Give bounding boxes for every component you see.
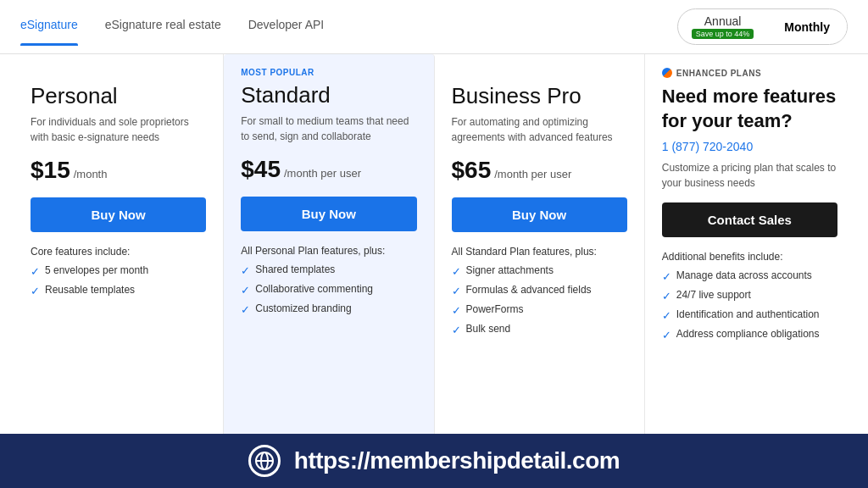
enhanced-features-label: Additional benefits include:: [662, 251, 837, 263]
footer-url[interactable]: https://membershipdetail.com: [294, 447, 620, 474]
globe-icon: [248, 445, 281, 477]
personal-price-amount: $15: [31, 157, 70, 184]
tab-esignature-real-estate[interactable]: eSignature real estate: [105, 18, 221, 36]
save-badge: Save up to 44%: [692, 29, 754, 39]
plan-personal: Personal For individuals and sole propri…: [14, 54, 224, 444]
annual-toggle-button[interactable]: Annual Save up to 44%: [678, 9, 768, 44]
check-icon: ✓: [241, 284, 250, 297]
list-item: ✓ PowerForms: [452, 303, 627, 317]
check-icon: ✓: [452, 265, 461, 278]
check-icon: ✓: [452, 304, 461, 317]
list-item: ✓ Manage data across accounts: [662, 269, 837, 283]
enhanced-dot-icon: [662, 68, 672, 78]
list-item: ✓ Signer attachments: [452, 264, 627, 278]
header: eSignature eSignature real estate Develo…: [0, 0, 868, 54]
check-icon: ✓: [241, 303, 250, 316]
standard-features-label: All Personal Plan features, plus:: [241, 245, 416, 257]
business-pro-price-amount: $65: [452, 157, 492, 184]
list-item: ✓ Reusable templates: [31, 284, 206, 297]
check-icon: ✓: [31, 285, 40, 297]
list-item: ✓ Identification and authentication: [662, 308, 837, 322]
billing-toggle: Annual Save up to 44% Monthly: [677, 8, 848, 45]
enhanced-label: ENHANCED PLANS: [662, 68, 837, 78]
plans-container: Personal For individuals and sole propri…: [0, 54, 868, 444]
business-pro-features-label: All Standard Plan features, plus:: [452, 246, 627, 258]
business-pro-buy-button[interactable]: Buy Now: [452, 197, 627, 232]
check-icon: ✓: [31, 265, 40, 278]
list-item: ✓ 24/7 live support: [662, 289, 837, 302]
check-icon: ✓: [662, 309, 671, 322]
standard-price-period: /month per user: [284, 167, 361, 180]
enhanced-plan-desc: Customize a pricing plan that scales to …: [662, 160, 837, 191]
check-icon: ✓: [662, 270, 671, 283]
monthly-toggle-button[interactable]: Monthly: [767, 14, 847, 41]
list-item: ✓ Shared templates: [241, 263, 416, 277]
enhanced-plan-title: Need more features for your team?: [662, 85, 837, 133]
check-icon: ✓: [452, 285, 461, 297]
personal-plan-name: Personal: [31, 83, 206, 109]
business-pro-plan-desc: For automating and optimizing agreements…: [452, 114, 627, 145]
plan-enhanced: ENHANCED PLANS Need more features for yo…: [645, 54, 854, 444]
personal-features-label: Core features include:: [31, 246, 206, 258]
plan-business-pro: Business Pro For automating and optimizi…: [435, 54, 645, 444]
standard-price-amount: $45: [241, 156, 281, 183]
contact-sales-button[interactable]: Contact Sales: [662, 202, 837, 237]
tab-developer-api[interactable]: Developer API: [248, 18, 325, 36]
list-item: ✓ Formulas & advanced fields: [452, 284, 627, 297]
list-item: ✓ 5 envelopes per month: [31, 264, 206, 278]
business-pro-price-period: /month per user: [494, 168, 571, 180]
check-icon: ✓: [452, 324, 461, 336]
standard-buy-button[interactable]: Buy Now: [241, 197, 416, 231]
personal-plan-price: $15 /month: [31, 157, 206, 184]
list-item: ✓ Address compliance obligations: [662, 328, 837, 341]
business-pro-plan-name: Business Pro: [452, 83, 627, 109]
nav-tabs: eSignature eSignature real estate Develo…: [20, 18, 324, 36]
plan-standard: MOST POPULAR Standard For small to mediu…: [224, 54, 434, 444]
footer-banner: https://membershipdetail.com: [0, 434, 868, 488]
most-popular-label: MOST POPULAR: [241, 68, 416, 77]
check-icon: ✓: [662, 290, 671, 302]
standard-plan-name: Standard: [241, 82, 416, 108]
list-item: ✓ Customized branding: [241, 302, 416, 316]
standard-plan-price: $45 /month per user: [241, 156, 416, 183]
check-icon: ✓: [241, 264, 250, 277]
standard-plan-desc: For small to medium teams that need to s…: [241, 114, 416, 144]
tab-esignature[interactable]: eSignature: [20, 18, 78, 36]
personal-buy-button[interactable]: Buy Now: [31, 197, 206, 232]
enhanced-phone[interactable]: 1 (877) 720-2040: [662, 140, 837, 153]
list-item: ✓ Bulk send: [452, 323, 627, 336]
list-item: ✓ Collaborative commenting: [241, 283, 416, 297]
check-icon: ✓: [662, 329, 671, 341]
personal-plan-desc: For individuals and sole proprietors wit…: [31, 114, 206, 145]
business-pro-plan-price: $65 /month per user: [452, 157, 627, 184]
personal-price-period: /month: [74, 168, 108, 180]
